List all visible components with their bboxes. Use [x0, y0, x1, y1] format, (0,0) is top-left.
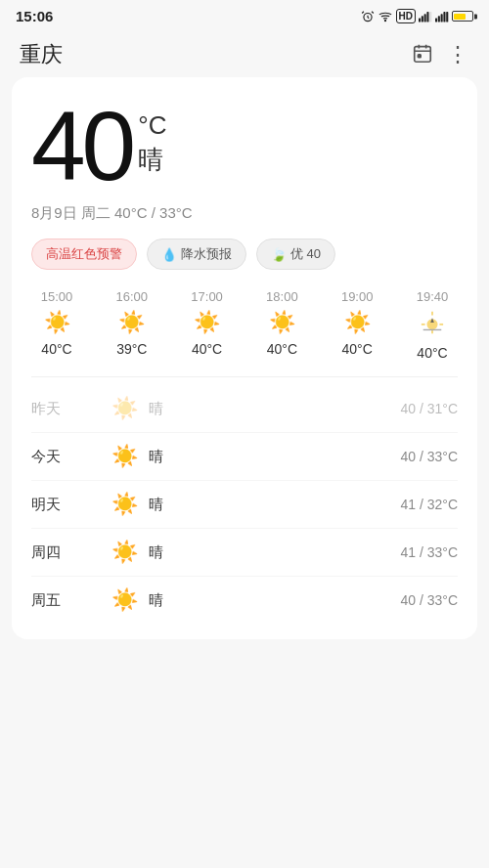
- svg-rect-11: [446, 12, 448, 22]
- alarm-icon: [361, 10, 375, 23]
- hourly-icon: ☀️: [344, 310, 371, 335]
- daily-day: 今天: [31, 448, 100, 466]
- date-row: 8月9日 周二 40°C / 33°C: [31, 198, 458, 239]
- tag-warning[interactable]: 高温红色预警: [31, 239, 137, 270]
- hourly-time: 15:00: [41, 289, 73, 304]
- svg-rect-8: [438, 16, 440, 22]
- daily-day: 明天: [31, 496, 100, 514]
- hourly-temp: 40°C: [342, 341, 373, 357]
- hourly-temp: 40°C: [267, 341, 297, 357]
- hourly-item: 16:00☀️39°C: [107, 289, 157, 361]
- hourly-time: 18:00: [266, 289, 298, 304]
- daily-icon: ☀️: [100, 396, 149, 421]
- daily-range: 40 / 31°C: [400, 401, 458, 416]
- svg-rect-10: [443, 12, 445, 22]
- hourly-icon: ☀️: [44, 310, 70, 335]
- status-icons: HD: [361, 9, 473, 23]
- hourly-time: 16:00: [116, 289, 149, 304]
- svg-rect-2: [419, 18, 421, 22]
- wifi-icon: [378, 10, 393, 23]
- daily-forecast: 昨天☀️晴40 / 31°C今天☀️晴40 / 33°C明天☀️晴41 / 32…: [31, 377, 458, 624]
- hourly-item: 15:00☀️40°C: [31, 289, 82, 361]
- daily-row: 周五☀️晴40 / 33°C: [31, 577, 458, 624]
- hourly-icon: [420, 310, 445, 339]
- hourly-item: 18:00☀️40°C: [256, 289, 307, 361]
- daily-icon: ☀️: [100, 492, 149, 517]
- signal-icon-2: [435, 10, 449, 23]
- daily-range: 40 / 33°C: [400, 449, 458, 464]
- svg-rect-3: [422, 16, 423, 22]
- daily-day: 周五: [31, 591, 100, 610]
- daily-range: 41 / 33°C: [400, 544, 458, 560]
- daily-row: 今天☀️晴40 / 33°C: [31, 433, 458, 481]
- daily-desc: 晴: [149, 543, 400, 562]
- city-title: 重庆: [20, 40, 63, 69]
- hourly-item: 17:00☀️40°C: [182, 289, 233, 361]
- top-bar: 重庆 ⋮: [0, 28, 489, 77]
- temp-unit: °C: [138, 110, 166, 141]
- daily-range: 40 / 33°C: [400, 592, 458, 608]
- daily-desc: 晴: [149, 496, 400, 514]
- daily-icon: ☀️: [100, 444, 149, 469]
- temp-right-info: °C 晴: [132, 97, 166, 177]
- battery-icon: [452, 11, 473, 22]
- svg-point-1: [384, 20, 385, 21]
- svg-rect-13: [418, 54, 421, 57]
- daily-range: 41 / 32°C: [400, 497, 458, 512]
- temperature-value: 40: [31, 97, 132, 195]
- weather-description: 晴: [138, 143, 166, 177]
- rain-icon: 💧: [161, 247, 177, 262]
- daily-day: 昨天: [31, 400, 100, 418]
- tag-rain[interactable]: 💧 降水预报: [147, 239, 246, 270]
- hourly-forecast: 15:00☀️40°C16:00☀️39°C17:00☀️40°C18:00☀️…: [31, 289, 458, 377]
- top-bar-icons: ⋮: [412, 43, 469, 67]
- hourly-item: 19:40 40°C: [407, 289, 458, 361]
- svg-rect-6: [429, 12, 431, 22]
- calendar-button[interactable]: [412, 43, 433, 67]
- status-bar: 15:06 HD: [0, 0, 489, 28]
- hourly-temp: 40°C: [192, 341, 222, 357]
- svg-rect-9: [441, 14, 443, 22]
- aqi-icon: 🍃: [271, 247, 287, 262]
- hourly-time: 19:00: [341, 289, 374, 304]
- daily-row: 昨天☀️晴40 / 31°C: [31, 385, 458, 433]
- daily-icon: ☀️: [100, 587, 149, 613]
- more-button[interactable]: ⋮: [447, 44, 469, 65]
- hourly-temp: 40°C: [417, 345, 447, 361]
- daily-row: 周四☀️晴41 / 33°C: [31, 529, 458, 577]
- hourly-temp: 39°C: [116, 341, 147, 357]
- daily-day: 周四: [31, 543, 100, 562]
- hd-badge: HD: [396, 9, 416, 23]
- daily-row: 明天☀️晴41 / 32°C: [31, 481, 458, 529]
- hourly-time: 19:40: [417, 289, 449, 304]
- daily-icon: ☀️: [100, 540, 149, 565]
- status-time: 15:06: [16, 8, 53, 24]
- hourly-icon: ☀️: [269, 310, 295, 335]
- weather-card: 40 °C 晴 8月9日 周二 40°C / 33°C 高温红色预警 💧 降水预…: [12, 77, 477, 639]
- daily-desc: 晴: [149, 448, 400, 466]
- daily-desc: 晴: [149, 591, 400, 610]
- svg-rect-7: [435, 18, 437, 22]
- svg-rect-12: [415, 46, 431, 62]
- tags-row: 高温红色预警 💧 降水预报 🍃 优 40: [31, 239, 458, 289]
- signal-icon-1: [419, 10, 432, 23]
- svg-rect-4: [424, 14, 426, 22]
- hourly-time: 17:00: [191, 289, 223, 304]
- tag-aqi[interactable]: 🍃 优 40: [256, 239, 335, 270]
- svg-rect-5: [426, 12, 428, 22]
- temperature-section: 40 °C 晴: [31, 97, 458, 198]
- hourly-item: 19:00☀️40°C: [332, 289, 382, 361]
- hourly-icon: ☀️: [118, 310, 145, 335]
- daily-desc: 晴: [149, 400, 400, 418]
- hourly-icon: ☀️: [194, 310, 220, 335]
- hourly-temp: 40°C: [41, 341, 71, 357]
